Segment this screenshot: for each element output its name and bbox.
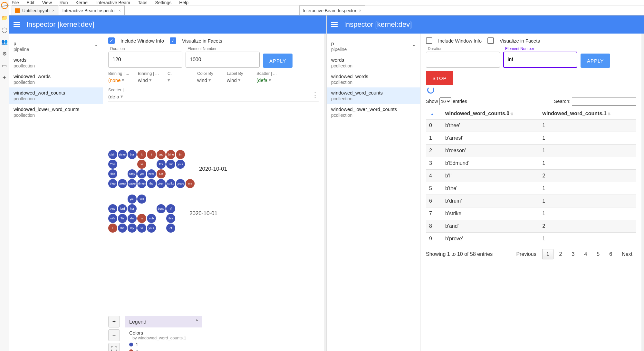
element-input[interactable] — [503, 52, 577, 68]
table-header[interactable]: ▲ — [426, 108, 442, 119]
close-icon[interactable]: × — [359, 8, 361, 13]
bubble[interactable]: her — [128, 204, 137, 213]
bubble[interactable]: it — [137, 150, 146, 159]
close-icon[interactable]: × — [52, 8, 55, 13]
tab[interactable]: Interactive Beam Inspector× — [299, 5, 365, 15]
bubble[interactable]: For — [157, 160, 166, 169]
include-window-checkbox[interactable]: ✓ — [426, 37, 432, 44]
page-button[interactable]: 3 — [568, 249, 578, 259]
apply-button[interactable]: APPLY — [263, 54, 293, 68]
bubble[interactable]: Edmund — [137, 179, 146, 188]
page-button[interactable]: 4 — [580, 249, 591, 259]
bubble[interactable]: sister — [118, 150, 127, 159]
menu-kernel[interactable]: Kernel — [75, 0, 88, 5]
sidebar-item-windowed_lower_word_counts[interactable]: windowed_lower_word_countspcollection — [9, 104, 103, 120]
next-button[interactable]: Next — [618, 249, 636, 259]
bubble[interactable]: thee — [108, 179, 117, 188]
bubble[interactable]: claim — [108, 150, 117, 159]
include-window-checkbox[interactable]: ✓ — [108, 37, 115, 44]
bubble[interactable]: the — [147, 179, 156, 188]
menu-run[interactable]: Run — [60, 0, 68, 5]
menu-edit[interactable]: Edit — [27, 0, 34, 5]
duration-input[interactable] — [108, 52, 182, 68]
sidebar-item-windowed_word_counts[interactable]: windowed_word_countspcollection — [9, 87, 103, 104]
bubble[interactable]: On — [157, 169, 166, 178]
folder-icon[interactable]: 📁 — [1, 15, 8, 21]
bubble[interactable]: you — [128, 195, 137, 204]
sidebar-item-p[interactable]: ppipeline⌄ — [9, 38, 103, 55]
bubble[interactable]: This — [108, 160, 117, 169]
facets-control[interactable]: Scatter | ...(defa ▾ — [256, 71, 282, 83]
search-input[interactable] — [572, 97, 636, 105]
menu-icon[interactable] — [331, 22, 338, 27]
close-icon[interactable]: × — [119, 8, 121, 13]
apply-button[interactable]: APPLY — [581, 54, 610, 68]
fit-button[interactable]: ⛶ — [108, 343, 120, 351]
bubble[interactable]: to — [137, 160, 146, 169]
bubble[interactable]: lord — [118, 204, 127, 213]
menu-help[interactable]: Help — [179, 0, 188, 5]
bubble[interactable]: in — [176, 150, 185, 159]
sidebar-item-windowed_lower_word_counts[interactable]: windowed_lower_word_countspcollection — [327, 104, 420, 120]
facets-control[interactable]: Binning | ...wind ▾ — [138, 71, 163, 83]
zoom-out-button[interactable]: − — [108, 329, 120, 341]
duration-input[interactable] — [426, 52, 500, 68]
bubble[interactable]: wife — [108, 214, 117, 223]
bubble[interactable]: is — [137, 214, 146, 223]
menu-icon[interactable] — [14, 22, 20, 27]
bubble[interactable]: drum — [157, 179, 166, 188]
bubble[interactable]: title — [108, 169, 117, 178]
bubble[interactable]: to — [137, 224, 146, 233]
bubble[interactable]: If — [166, 204, 175, 213]
prev-button[interactable]: Previous — [512, 249, 540, 259]
bubble[interactable]: Tis — [118, 214, 127, 223]
bubble[interactable]: and — [157, 150, 166, 159]
table-header[interactable]: windowed_word_counts.0 ⇅ — [442, 108, 539, 119]
scrollbar[interactable] — [641, 34, 644, 351]
bubble[interactable]: prove — [176, 179, 185, 188]
menu-settings[interactable]: Settings — [155, 0, 172, 5]
bubble[interactable]: Stay — [128, 169, 137, 178]
scrollbar[interactable] — [324, 34, 326, 351]
bubble[interactable]: your — [176, 160, 185, 169]
bubble[interactable]: she — [128, 214, 137, 223]
visualize-facets-checkbox[interactable]: ✓ — [487, 37, 494, 44]
bubble[interactable]: your — [147, 224, 156, 233]
page-button[interactable]: 6 — [605, 249, 616, 259]
sidebar-item-words[interactable]: wordspcollection — [9, 55, 103, 71]
more-icon[interactable]: ⋮ — [312, 91, 319, 99]
running-icon[interactable]: ◯ — [2, 27, 7, 33]
sidebar-item-windowed_words[interactable]: windowed_wordspcollection — [327, 71, 420, 87]
bubble[interactable]: bone — [157, 204, 166, 213]
page-button[interactable]: 2 — [555, 249, 566, 259]
bubble[interactable]: will — [137, 195, 146, 204]
stop-button[interactable]: STOP — [426, 71, 453, 85]
bubble[interactable]: fair — [166, 160, 175, 169]
sidebar-item-windowed_word_counts[interactable]: windowed_word_countspcollection — [327, 87, 420, 104]
bubble[interactable]: reason — [128, 179, 137, 188]
bubble[interactable]: my — [128, 224, 137, 233]
legend-header[interactable]: Legend ˄ — [125, 316, 202, 327]
bubble[interactable]: strike — [166, 179, 175, 188]
bubble[interactable]: arrest — [118, 179, 127, 188]
menu-interactive-beam[interactable]: Interactive Beam — [96, 0, 130, 5]
window-icon[interactable]: ▭ — [2, 63, 7, 69]
menu-view[interactable]: View — [42, 0, 52, 5]
sidebar-item-words[interactable]: wordspcollection — [327, 55, 420, 71]
bubble[interactable]: And — [108, 204, 117, 213]
bubble[interactable]: my — [186, 179, 195, 188]
sidebar-item-p[interactable]: ppipeline⌄ — [327, 38, 420, 55]
people-icon[interactable]: 👥 — [1, 39, 8, 45]
bubble[interactable]: this — [166, 214, 175, 223]
bubble[interactable]: yet — [137, 169, 146, 178]
entries-select[interactable]: 10 — [439, 97, 451, 105]
bubble[interactable]: thine — [166, 150, 175, 159]
page-button[interactable]: 1 — [542, 249, 553, 259]
tab[interactable]: Untitled.ipynb× — [12, 5, 58, 15]
sidebar-item-windowed_words[interactable]: windowed_wordspcollection — [9, 71, 103, 87]
menu-file[interactable]: File — [12, 0, 19, 5]
settings-icon[interactable]: ⚙ — [2, 51, 7, 57]
table-header[interactable]: windowed_word_counts.1 ⇅ — [539, 108, 637, 119]
bubble[interactable]: bar — [128, 150, 137, 159]
menu-tabs[interactable]: Tabs — [138, 0, 148, 5]
